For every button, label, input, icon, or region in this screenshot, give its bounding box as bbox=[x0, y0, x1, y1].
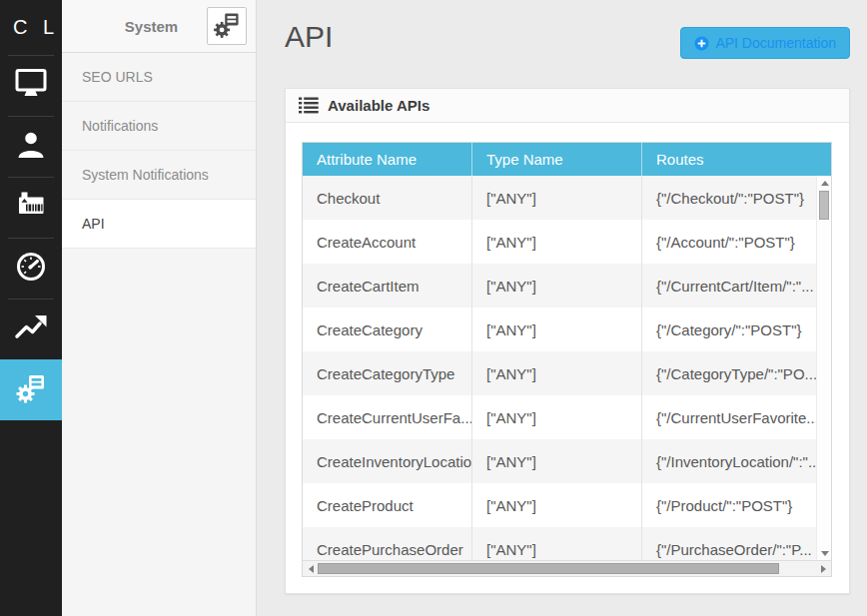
api-table: Attribute Name Type Name Routes Checkout… bbox=[302, 142, 832, 577]
sidebar-item-notifications[interactable]: Notifications bbox=[62, 102, 256, 151]
table-cell: CreateInventoryLocation bbox=[303, 439, 472, 483]
scroll-left-arrow[interactable] bbox=[303, 561, 319, 576]
table-cell: ["ANY"] bbox=[472, 439, 642, 483]
table-cell: {"/CurrentCart/Item/":"... bbox=[642, 264, 816, 308]
table-cell: CreatePurchaseOrder bbox=[303, 527, 472, 560]
table-cell: CreateCategory bbox=[303, 308, 472, 351]
horizontal-scrollbar[interactable] bbox=[303, 560, 831, 576]
system-sidebar: System bbox=[62, 0, 257, 616]
column-header-routes[interactable]: Routes bbox=[642, 143, 831, 176]
table-cell: {"/CategoryType/":"PO... bbox=[642, 351, 816, 395]
main-content: API API Documentation bbox=[257, 0, 867, 616]
monitor-icon bbox=[13, 66, 49, 106]
gauge-icon bbox=[13, 249, 49, 289]
column-header-type-name[interactable]: Type Name bbox=[472, 143, 642, 176]
sidebar-title: System bbox=[62, 18, 207, 35]
system-sidebar-header: System bbox=[62, 0, 256, 53]
rail-item-performance[interactable] bbox=[0, 238, 62, 299]
user-icon bbox=[13, 127, 49, 167]
system-section-button[interactable] bbox=[207, 7, 247, 45]
rail-item-system[interactable] bbox=[0, 359, 62, 420]
table-row[interactable]: CreateAccount["ANY"]{"/Account/":"POST"} bbox=[303, 220, 816, 264]
table-cell: {"/InventoryLocation/":"... bbox=[642, 439, 816, 483]
rail-item-users[interactable] bbox=[0, 116, 62, 177]
api-documentation-label: API Documentation bbox=[715, 35, 836, 51]
rail-item-products[interactable] bbox=[0, 177, 62, 238]
table-row[interactable]: CreateCartItem["ANY"]{"/CurrentCart/Item… bbox=[303, 264, 816, 308]
table-body-viewport: Checkout["ANY"]{"/Checkout/":"POST"}Crea… bbox=[303, 176, 831, 560]
table-cell: {"/Category/":"POST"} bbox=[642, 308, 816, 351]
table-row[interactable]: CreatePurchaseOrder["ANY"]{"/PurchaseOrd… bbox=[303, 527, 816, 560]
table-cell: ["ANY"] bbox=[472, 264, 642, 308]
vertical-scroll-thumb[interactable] bbox=[819, 191, 829, 220]
panel-header: Available APIs bbox=[286, 89, 849, 123]
table-cell: ["ANY"] bbox=[472, 527, 642, 560]
table-cell: {"/Account/":"POST"} bbox=[642, 220, 816, 264]
table-cell: CreateCartItem bbox=[303, 264, 472, 308]
table-cell: ["ANY"] bbox=[472, 220, 642, 264]
table-cell: {"/PurchaseOrder/":"P... bbox=[642, 527, 816, 560]
table-row[interactable]: CreateCategoryType["ANY"]{"/CategoryType… bbox=[303, 351, 816, 395]
brand-logo: C L A bbox=[0, 0, 62, 55]
panel-title: Available APIs bbox=[328, 97, 430, 114]
table-cell: {"/Checkout/":"POST"} bbox=[642, 176, 816, 220]
table-cell: Checkout bbox=[303, 176, 472, 220]
scroll-up-arrow[interactable] bbox=[817, 176, 831, 190]
table-cell: CreateAccount bbox=[303, 220, 472, 264]
rail-item-storefront[interactable] bbox=[0, 55, 62, 116]
table-cell: CreateCurrentUserFa... bbox=[303, 395, 472, 439]
table-cell: ["ANY"] bbox=[472, 483, 642, 527]
table-row[interactable]: CreateProduct["ANY"]{"/Product/":"POST"} bbox=[303, 483, 816, 527]
system-menu: SEO URLSNotificationsSystem Notification… bbox=[62, 53, 256, 249]
column-header-attribute-name[interactable]: Attribute Name bbox=[303, 143, 472, 176]
table-cell: CreateCategoryType bbox=[303, 351, 472, 395]
table-row[interactable]: CreateCategory["ANY"]{"/Category/":"POST… bbox=[303, 308, 816, 351]
sidebar-item-api[interactable]: API bbox=[62, 200, 256, 249]
table-cell: ["ANY"] bbox=[472, 395, 642, 439]
table-cell: {"/CurrentUserFavorite... bbox=[642, 395, 816, 439]
product-barcode-icon bbox=[13, 188, 49, 228]
available-apis-panel: Available APIs Attribute Name Type Name … bbox=[285, 88, 850, 594]
table-cell: ["ANY"] bbox=[472, 176, 642, 220]
vertical-scrollbar[interactable] bbox=[816, 176, 831, 560]
table-cell: ["ANY"] bbox=[472, 351, 642, 395]
system-gear-icon bbox=[13, 370, 49, 410]
api-documentation-button[interactable]: API Documentation bbox=[680, 27, 850, 59]
table-cell: {"/Product/":"POST"} bbox=[642, 483, 816, 527]
sidebar-item-system-notifications[interactable]: System Notifications bbox=[62, 151, 256, 200]
api-table-body: Checkout["ANY"]{"/Checkout/":"POST"}Crea… bbox=[303, 176, 816, 560]
horizontal-scroll-thumb[interactable] bbox=[318, 563, 779, 574]
rail-item-reports[interactable] bbox=[0, 299, 62, 359]
plus-circle-icon bbox=[694, 36, 709, 51]
table-header-row: Attribute Name Type Name Routes bbox=[303, 143, 831, 176]
trend-up-icon bbox=[13, 309, 49, 349]
scroll-right-arrow[interactable] bbox=[815, 561, 831, 576]
table-cell: CreateProduct bbox=[303, 483, 472, 527]
nav-rail: C L A bbox=[0, 0, 62, 616]
table-cell: ["ANY"] bbox=[472, 308, 642, 351]
scroll-down-arrow[interactable] bbox=[817, 546, 831, 560]
table-row[interactable]: Checkout["ANY"]{"/Checkout/":"POST"} bbox=[303, 176, 816, 220]
list-icon bbox=[299, 97, 319, 115]
sidebar-item-seo-urls[interactable]: SEO URLS bbox=[62, 53, 256, 102]
table-row[interactable]: CreateInventoryLocation["ANY"]{"/Invento… bbox=[303, 439, 816, 483]
page-title: API bbox=[285, 20, 333, 54]
table-row[interactable]: CreateCurrentUserFa...["ANY"]{"/CurrentU… bbox=[303, 395, 816, 439]
system-gear-icon bbox=[211, 9, 243, 44]
